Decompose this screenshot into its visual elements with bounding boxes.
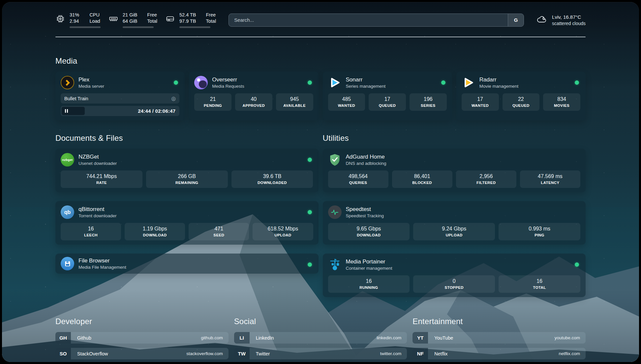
filebrowser-status-dot — [308, 262, 312, 267]
stat-box: 1.19 GbpsDOWNLOAD — [125, 223, 185, 240]
radarr-status-dot — [575, 80, 579, 85]
top-bar: 31% CPU 2.94 Load 21 GiB Free 64 GiB Tot… — [55, 2, 586, 28]
plex-now-playing-row[interactable]: Bullet Train ◎ — [61, 93, 179, 104]
link-row-netflix[interactable]: NF Netflix netflix.com — [412, 348, 586, 359]
stat-box: 471SEED — [189, 223, 249, 240]
documents-section: Documents & Files nzbget NZBGet Usenet d… — [55, 134, 319, 297]
stat-box: 196SERIES — [410, 93, 447, 111]
radarr-card[interactable]: Radarr Movie management 17WANTED 22QUEUE… — [456, 72, 586, 120]
stat-label: PENDING — [196, 103, 230, 108]
link-row-youtube[interactable]: YT YouTube youtube.com — [412, 332, 586, 344]
dashboard-window: 31% CPU 2.94 Load 21 GiB Free 64 GiB Tot… — [2, 2, 639, 362]
portainer-card[interactable]: Media Portainer Container management 16R… — [323, 254, 586, 297]
stat-box: 47.569 msLATENCY — [520, 170, 580, 188]
filebrowser-card[interactable]: File Browser Media File Management — [55, 254, 319, 274]
overseerr-title: Overseerr — [212, 76, 244, 83]
nzbget-desc: Usenet downloader — [78, 161, 117, 167]
qbittorrent-title: qBittorrent — [78, 206, 117, 213]
stat-box: 0STOPPED — [413, 275, 495, 293]
overseerr-desc: Media Requests — [212, 83, 244, 89]
disk-free-label: Free — [206, 12, 216, 18]
stat-value: 47.569 ms — [521, 173, 579, 180]
stat-value: 744.21 Mbps — [62, 173, 141, 180]
plex-now-playing-title: Bullet Train — [64, 96, 88, 101]
filebrowser-title: File Browser — [78, 257, 126, 264]
memory-icon — [108, 14, 118, 24]
nzbget-title: NZBGet — [78, 153, 117, 161]
link-name: LinkedIn — [250, 335, 274, 341]
stat-value: 618.52 Mbps — [254, 226, 312, 232]
stat-label: DOWNLOADED — [233, 180, 312, 185]
qbittorrent-icon: qb — [61, 205, 74, 219]
cpu-icon — [55, 14, 65, 24]
plex-desc: Media server — [78, 83, 104, 89]
stat-box: 86,401BLOCKED — [392, 170, 452, 188]
pause-icon — [65, 109, 68, 113]
sonarr-card[interactable]: Sonarr Series management 485WANTED 17QUE… — [323, 72, 452, 120]
stat-box: 834MOVIES — [543, 93, 580, 111]
disk-metric: 52.4 TB Free 97.9 TB Total — [165, 12, 216, 28]
stat-label: PING — [500, 233, 579, 237]
netflix-abbr-badge: NF — [412, 348, 428, 359]
stat-label: WANTED — [329, 103, 364, 108]
stat-box: 16TOTAL — [499, 275, 580, 293]
stat-label: TOTAL — [500, 285, 579, 290]
link-url: twitter.com — [380, 351, 407, 356]
cpu-load-value: 2.94 — [70, 18, 79, 24]
stat-value: 9.65 Gbps — [329, 226, 409, 232]
link-row-twitter[interactable]: TW Twitter twitter.com — [234, 348, 407, 359]
stat-box: 16LEECH — [61, 223, 121, 240]
link-row-stackoverflow[interactable]: SO StackOverflow stackoverflow.com — [55, 348, 229, 359]
plex-title: Plex — [78, 76, 104, 83]
speedtest-pulse-icon — [328, 205, 342, 219]
adguard-card[interactable]: AdGuard Home DNS and adblocking 498,564Q… — [323, 149, 586, 192]
stat-box: 9.24 GbpsUPLOAD — [413, 223, 495, 240]
stat-box: 39.6 TBDOWNLOADED — [231, 170, 313, 188]
plex-progress-row: 24:44 / 02:06:47 — [61, 106, 179, 116]
search-input[interactable] — [229, 14, 508, 26]
link-row-linkedin[interactable]: LI LinkedIn linkedin.com — [234, 332, 407, 344]
memory-free-value: 21 GiB — [123, 12, 137, 18]
disk-progress-track — [179, 26, 210, 28]
stat-value: 2,956 — [457, 173, 515, 180]
entertainment-section: Entertainment YT YouTube youtube.com NF … — [412, 317, 586, 362]
memory-total-label: Total — [147, 18, 157, 24]
stat-value: 16 — [500, 278, 579, 285]
speedtest-card[interactable]: Speedtest Speedtest Tracking 9.65 GbpsDO… — [323, 201, 586, 245]
search-bar: G — [229, 14, 524, 27]
nzbget-icon-text: nzbget — [62, 158, 73, 162]
disk-free-value: 52.4 TB — [179, 12, 196, 18]
portainer-desc: Container management — [346, 265, 392, 271]
cpu-metric: 31% CPU 2.94 Load — [55, 12, 101, 28]
stat-value: 471 — [190, 226, 248, 232]
portainer-status-dot — [575, 262, 579, 267]
stat-label: APPROVED — [236, 103, 271, 108]
stat-label: RATE — [62, 180, 141, 185]
stat-label: REMAINING — [147, 180, 227, 185]
radarr-icon — [462, 76, 475, 89]
search-engine-button[interactable]: G — [508, 14, 524, 26]
disk-total-value: 97.9 TB — [179, 18, 196, 24]
nzbget-card[interactable]: nzbget NZBGet Usenet downloader 744.21 M… — [55, 149, 319, 192]
stat-label: DOWNLOAD — [126, 233, 184, 237]
stat-value: 17 — [463, 96, 498, 103]
overseerr-card[interactable]: Overseerr Media Requests 21PENDING 40APP… — [189, 72, 318, 120]
stat-value: 17 — [370, 96, 405, 103]
weather-widget: Lviv, 16.87°C scattered clouds — [536, 14, 586, 27]
sonarr-icon — [328, 76, 342, 89]
link-row-github[interactable]: GH Github github.com — [55, 332, 229, 344]
link-url: linkedin.com — [377, 335, 407, 340]
weather-condition: scattered clouds — [552, 20, 586, 26]
stat-label: LEECH — [62, 233, 120, 237]
stat-box: 17QUEUED — [369, 93, 406, 111]
link-url: github.com — [201, 335, 229, 340]
qbittorrent-card[interactable]: qb qBittorrent Torrent downloader 16LEEC… — [55, 201, 319, 245]
stat-box: 0.993 msPING — [499, 223, 580, 240]
stat-value: 1.19 Gbps — [126, 226, 184, 232]
stat-value: 834 — [544, 96, 579, 103]
plex-playback-time: 24:44 / 02:06:47 — [138, 108, 175, 114]
overseerr-status-dot — [308, 80, 312, 85]
media-section: Media Plex Media server — [55, 56, 586, 120]
stat-value: 39.6 TB — [233, 173, 312, 180]
plex-card[interactable]: Plex Media server Bullet Train ◎ 24:44 /… — [55, 72, 185, 120]
